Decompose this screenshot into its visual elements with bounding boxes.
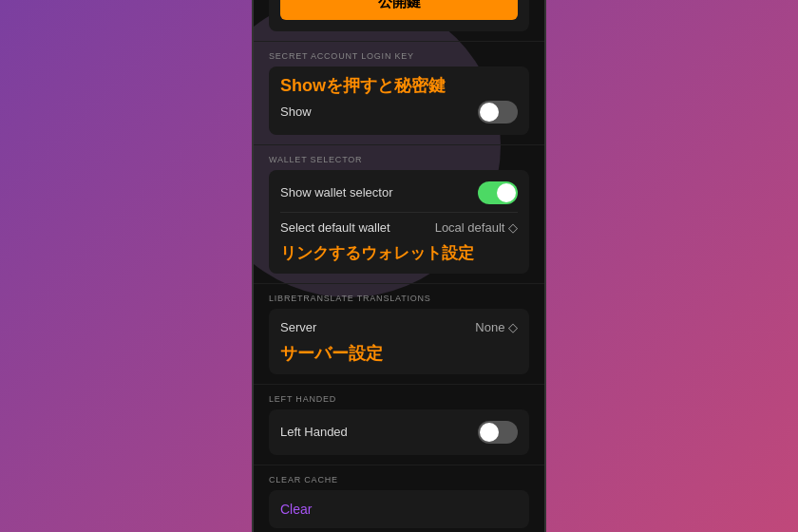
section-clear-cache: CLEAR CACHE Clear (254, 466, 544, 532)
server-label: Server (280, 320, 316, 334)
toggle-knob-lh (480, 423, 499, 442)
show-wallet-toggle[interactable] (478, 181, 518, 204)
section-wallet-selector: WALLET SELECTOR Show wallet selector Sel… (254, 145, 544, 284)
phone-container: Settings設定 PUBLIC ACCOUNT ID npub1m2sf8e… (252, 0, 546, 532)
default-wallet-value[interactable]: Local default ◇ (435, 220, 518, 235)
section-public-account-id: PUBLIC ACCOUNT ID npub1m2sf8emhykn7syy7l… (254, 0, 544, 42)
show-wallet-label: Show wallet selector (280, 185, 393, 200)
show-secret-row: Show (280, 97, 518, 127)
divider (280, 212, 518, 213)
libretranslate-label: LIBRETRANSLATE TRANSLATIONS (269, 294, 529, 303)
wallet-selector-box: Show wallet selector Select default wall… (269, 170, 529, 274)
server-row: Server None ◇ (280, 316, 518, 338)
libretranslate-box: Server None ◇ サーバー設定 (269, 309, 529, 374)
server-value[interactable]: None ◇ (475, 320, 518, 334)
left-handed-toggle[interactable] (478, 421, 518, 444)
show-label: Show (280, 104, 312, 119)
secret-key-box: Showを押すと秘密鍵 Show (269, 66, 529, 135)
default-wallet-row: Select default wallet Local default ◇ (280, 217, 518, 238)
left-handed-box: Left Handed (269, 409, 529, 455)
wallet-selector-label: WALLET SELECTOR (269, 155, 529, 164)
clear-cache-box: Clear (269, 490, 529, 528)
server-overlay-text: サーバー設定 (280, 342, 518, 365)
left-handed-label: LEFT HANDED (269, 394, 529, 404)
show-secret-toggle[interactable] (478, 101, 518, 124)
public-account-id-box: npub1m2sf8emhykn7syy7l7gt94x7 📋 公開鍵 (269, 0, 529, 31)
secret-key-label: SECRET ACCOUNT LOGIN KEY (269, 51, 529, 61)
toggle-knob-wallet (497, 183, 516, 202)
default-wallet-label: Select default wallet (280, 220, 390, 235)
wallet-overlay-text: リンクするウォレット設定 (280, 242, 518, 264)
section-left-handed: LEFT HANDED Left Handed (254, 385, 544, 466)
section-secret-key: SECRET ACCOUNT LOGIN KEY Showを押すと秘密鍵 Sho… (254, 42, 544, 145)
show-wallet-row: Show wallet selector (280, 178, 518, 208)
clear-button[interactable]: Clear (280, 498, 312, 521)
secret-key-overlay-text: Showを押すと秘密鍵 (280, 74, 518, 97)
section-libretranslate: LIBRETRANSLATE TRANSLATIONS Server None … (254, 284, 544, 385)
settings-body: PUBLIC ACCOUNT ID npub1m2sf8emhykn7syy7l… (254, 0, 544, 532)
public-key-button[interactable]: 公開鍵 (280, 0, 518, 20)
clear-cache-label: CLEAR CACHE (269, 475, 529, 484)
left-handed-row: Left Handed (280, 417, 518, 447)
toggle-knob (480, 103, 499, 122)
left-handed-toggle-label: Left Handed (280, 425, 348, 439)
